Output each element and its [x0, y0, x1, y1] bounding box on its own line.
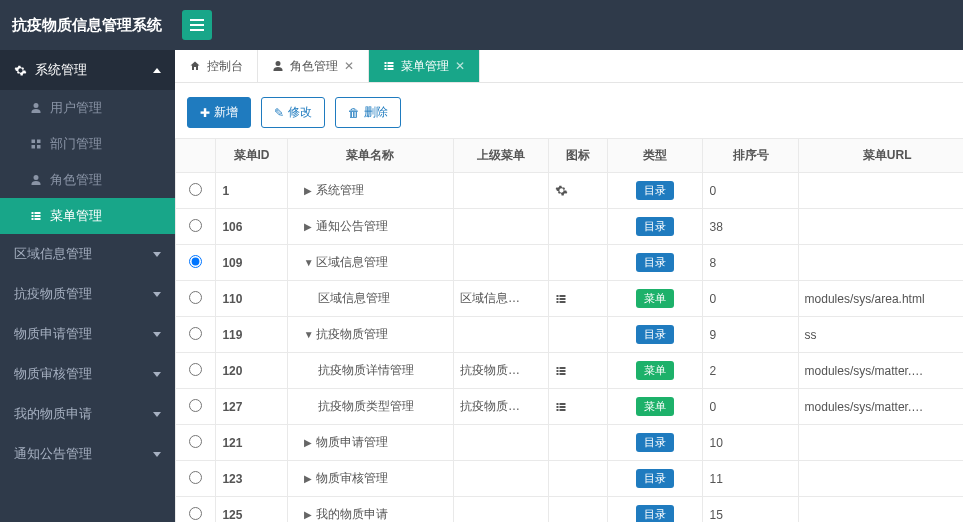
close-icon[interactable]: ✕ [344, 59, 354, 73]
menu-table: 菜单ID 菜单名称 上级菜单 图标 类型 排序号 菜单URL 1 ▶系统管理 [175, 138, 963, 522]
cell-id: 119 [216, 317, 287, 353]
row-radio[interactable] [189, 399, 202, 412]
sidebar-top-item-1[interactable]: 抗疫物质管理 [0, 274, 175, 314]
edit-button[interactable]: ✎修改 [261, 97, 325, 128]
svg-rect-31 [557, 403, 559, 405]
table-row[interactable]: 119 ▼抗疫物质管理 目录 9 ss [176, 317, 964, 353]
tab-2[interactable]: 菜单管理✕ [369, 50, 480, 82]
cell-order: 38 [703, 209, 798, 245]
table-row[interactable]: 106 ▶通知公告管理 目录 38 [176, 209, 964, 245]
sidebar-top-item-3[interactable]: 物质审核管理 [0, 354, 175, 394]
table-row[interactable]: 1 ▶系统管理 目录 0 [176, 173, 964, 209]
sidebar-top-item-5[interactable]: 通知公告管理 [0, 434, 175, 474]
sidebar-item-3[interactable]: 菜单管理 [0, 198, 175, 234]
cell-parent [454, 209, 549, 245]
cell-url [798, 209, 963, 245]
row-radio[interactable] [189, 219, 202, 232]
tab-label: 角色管理 [290, 58, 338, 75]
col-url: 菜单URL [798, 139, 963, 173]
cell-order: 11 [703, 461, 798, 497]
svg-rect-10 [35, 215, 41, 217]
svg-rect-30 [560, 373, 566, 375]
row-radio[interactable] [189, 183, 202, 196]
table-row[interactable]: 109 ▼区域信息管理 目录 8 [176, 245, 964, 281]
sidebar-item-0[interactable]: 用户管理 [0, 90, 175, 126]
cell-type: 目录 [608, 317, 703, 353]
sidebar-item-1[interactable]: 部门管理 [0, 126, 175, 162]
cell-icon [549, 425, 608, 461]
svg-rect-1 [190, 24, 204, 26]
user-icon [30, 174, 42, 186]
delete-button[interactable]: 🗑删除 [335, 97, 401, 128]
table-row[interactable]: 120 抗疫物质详情管理 抗疫物质… 菜单 2 modules/sys/matt… [176, 353, 964, 389]
cell-order: 9 [703, 317, 798, 353]
col-type: 类型 [608, 139, 703, 173]
sidebar-item-2[interactable]: 角色管理 [0, 162, 175, 198]
table-row[interactable]: 125 ▶我的物质申请 目录 15 [176, 497, 964, 522]
table-row[interactable]: 121 ▶物质申请管理 目录 10 [176, 425, 964, 461]
table-row[interactable]: 123 ▶物质审核管理 目录 11 [176, 461, 964, 497]
hamburger-icon [190, 19, 204, 31]
cell-order: 10 [703, 425, 798, 461]
add-button[interactable]: ✚新增 [187, 97, 251, 128]
row-radio[interactable] [189, 291, 202, 304]
cell-icon [549, 245, 608, 281]
cell-id: 127 [216, 389, 287, 425]
sidebar-toggle-button[interactable] [182, 10, 212, 40]
svg-rect-12 [35, 218, 41, 220]
cell-type: 菜单 [608, 353, 703, 389]
col-id: 菜单ID [216, 139, 287, 173]
sidebar-item-label: 通知公告管理 [14, 445, 92, 463]
svg-rect-29 [557, 373, 559, 375]
sidebar-group-system[interactable]: 系统管理 [0, 50, 175, 90]
expand-toggle[interactable]: ▶ [304, 185, 312, 196]
col-order: 排序号 [703, 139, 798, 173]
tab-0[interactable]: 控制台 [175, 50, 258, 82]
svg-rect-13 [385, 62, 387, 64]
row-radio[interactable] [189, 507, 202, 520]
close-icon[interactable]: ✕ [455, 59, 465, 73]
sidebar-top-item-4[interactable]: 我的物质申请 [0, 394, 175, 434]
cell-type: 目录 [608, 497, 703, 522]
sidebar-item-label: 我的物质申请 [14, 405, 92, 423]
cell-type: 目录 [608, 245, 703, 281]
expand-toggle[interactable]: ▶ [304, 437, 312, 448]
cell-icon [549, 353, 608, 389]
cell-name: ▶物质申请管理 [287, 425, 453, 461]
svg-rect-24 [560, 301, 566, 303]
cell-id: 109 [216, 245, 287, 281]
chevron-down-icon [153, 252, 161, 257]
expand-toggle[interactable]: ▶ [304, 473, 312, 484]
expand-toggle[interactable]: ▶ [304, 509, 312, 520]
row-radio[interactable] [189, 327, 202, 340]
row-radio[interactable] [189, 471, 202, 484]
list-icon [383, 60, 395, 72]
cell-url: modules/sys/matter.… [798, 389, 963, 425]
sidebar: 系统管理 用户管理部门管理角色管理菜单管理 区域信息管理抗疫物质管理物质申请管理… [0, 50, 175, 522]
pencil-icon: ✎ [274, 106, 284, 120]
row-radio[interactable] [189, 255, 202, 268]
cell-type: 目录 [608, 209, 703, 245]
svg-rect-7 [32, 212, 34, 214]
cell-url: ss [798, 317, 963, 353]
svg-rect-20 [560, 295, 566, 297]
expand-toggle[interactable]: ▼ [304, 257, 312, 268]
table-row[interactable]: 110 区域信息管理 区域信息… 菜单 0 modules/sys/area.h… [176, 281, 964, 317]
svg-rect-6 [37, 145, 41, 149]
cell-icon [549, 209, 608, 245]
table-row[interactable]: 127 抗疫物质类型管理 抗疫物质… 菜单 0 modules/sys/matt… [176, 389, 964, 425]
sidebar-top-item-0[interactable]: 区域信息管理 [0, 234, 175, 274]
brand-title: 抗疫物质信息管理系统 [12, 16, 162, 35]
plus-icon: ✚ [200, 106, 210, 120]
expand-toggle[interactable]: ▶ [304, 221, 312, 232]
svg-rect-36 [560, 409, 566, 411]
sidebar-item-label: 部门管理 [50, 135, 102, 153]
expand-toggle[interactable]: ▼ [304, 329, 312, 340]
cell-id: 121 [216, 425, 287, 461]
row-radio[interactable] [189, 435, 202, 448]
sidebar-top-item-2[interactable]: 物质申请管理 [0, 314, 175, 354]
row-radio[interactable] [189, 363, 202, 376]
tab-1[interactable]: 角色管理✕ [258, 50, 369, 82]
svg-rect-2 [190, 29, 204, 31]
cell-name: ▶系统管理 [287, 173, 453, 209]
